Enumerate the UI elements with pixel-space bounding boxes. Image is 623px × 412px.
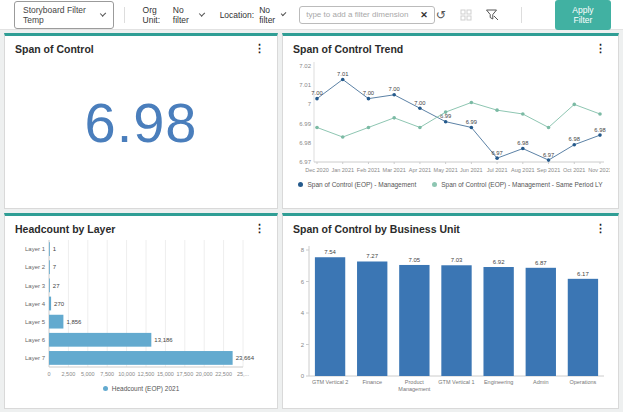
kebab-menu-icon[interactable]: ⋮ — [593, 223, 608, 234]
svg-text:10,000: 10,000 — [118, 371, 135, 377]
clear-filters-icon[interactable] — [485, 7, 498, 23]
svg-text:Layer 1: Layer 1 — [25, 246, 46, 252]
chevron-down-icon — [281, 10, 287, 16]
svg-text:Nov 2021: Nov 2021 — [588, 167, 610, 173]
filter-dimension-search: ✕ — [299, 6, 435, 24]
storyboard-filter-dropdown[interactable]: Storyboard Filter Temp — [14, 1, 114, 29]
chevron-down-icon — [198, 10, 204, 16]
legend-dot — [103, 386, 108, 391]
kebab-menu-icon[interactable]: ⋮ — [252, 223, 267, 234]
svg-text:23,664: 23,664 — [236, 355, 255, 361]
svg-text:Product: Product — [405, 379, 424, 385]
svg-text:Engineering: Engineering — [484, 379, 513, 385]
svg-text:Layer 5: Layer 5 — [25, 319, 46, 325]
svg-text:4: 4 — [301, 310, 305, 316]
svg-text:12,500: 12,500 — [138, 371, 155, 377]
org-unit-value: No filter — [173, 5, 195, 25]
storyboard-filter-value: Storyboard Filter Temp — [23, 5, 87, 25]
svg-text:6.99: 6.99 — [299, 121, 311, 127]
location-label: Location: — [220, 10, 255, 20]
toolbar-divider — [521, 7, 522, 23]
svg-text:Sep 2021: Sep 2021 — [537, 167, 561, 173]
legend-label: Span of Control (EOP) - Management - Sam… — [441, 181, 602, 188]
apply-filter-button[interactable]: Apply Filter — [555, 0, 611, 30]
svg-text:Jul 2021: Jul 2021 — [487, 167, 508, 173]
svg-text:6.17: 6.17 — [577, 271, 589, 277]
svg-text:7.01: 7.01 — [299, 82, 311, 88]
svg-text:7: 7 — [53, 264, 57, 270]
svg-text:Layer 6: Layer 6 — [25, 337, 46, 343]
svg-text:17,500: 17,500 — [176, 371, 193, 377]
svg-text:13,186: 13,186 — [154, 337, 173, 343]
headcount-legend: Headcount (EOP) 2021 — [13, 385, 269, 392]
card-title: Span of Control — [15, 43, 94, 55]
card-title: Headcount by Layer — [15, 223, 115, 235]
location-value: No filter — [259, 5, 277, 25]
svg-text:6.97: 6.97 — [491, 150, 502, 156]
trend-legend: Span of Control (EOP) - Management Span … — [291, 181, 610, 188]
svg-text:Mar 2021: Mar 2021 — [383, 167, 406, 173]
svg-text:6.99: 6.99 — [466, 119, 477, 125]
card-title: Span of Control by Business Unit — [293, 223, 460, 235]
svg-text:15,000: 15,000 — [157, 371, 174, 377]
svg-text:7.02: 7.02 — [299, 63, 311, 69]
headcount-by-layer-card: Headcount by Layer ⋮ 02,5005,0007,50010,… — [4, 213, 278, 409]
svg-text:May 2021: May 2021 — [434, 167, 458, 173]
svg-text:25,...: 25,... — [237, 371, 250, 377]
org-unit-filter[interactable]: Org Unit: No filter — [143, 5, 204, 25]
span-of-control-by-business-unit-card: Span of Control by Business Unit ⋮ 02468… — [282, 213, 619, 409]
legend-dot — [432, 182, 437, 187]
legend-label: Headcount (EOP) 2021 — [112, 385, 180, 392]
svg-text:6.97: 6.97 — [543, 152, 554, 158]
svg-text:GTM Vertical 1: GTM Vertical 1 — [438, 379, 474, 385]
span-of-control-value: 6.98 — [85, 90, 198, 155]
svg-text:Finance: Finance — [362, 379, 382, 385]
svg-text:7.05: 7.05 — [409, 257, 421, 263]
svg-text:Admin: Admin — [533, 379, 549, 385]
svg-text:Layer 4: Layer 4 — [25, 301, 46, 307]
span-of-control-card: Span of Control ⋮ 6.98 — [4, 33, 278, 209]
svg-text:GTM Vertical 2: GTM Vertical 2 — [312, 379, 348, 385]
legend-item: Headcount (EOP) 2021 — [103, 385, 180, 392]
legend-label: Span of Control (EOP) - Management — [307, 181, 416, 188]
svg-text:5,000: 5,000 — [81, 371, 95, 377]
legend-item: Span of Control (EOP) - Management - Sam… — [432, 181, 602, 188]
svg-text:270: 270 — [54, 301, 65, 307]
legend-item: Span of Control (EOP) - Management — [298, 181, 416, 188]
svg-text:7.00: 7.00 — [363, 90, 374, 96]
toolbar-divider — [124, 7, 125, 23]
svg-text:Apr 2021: Apr 2021 — [409, 167, 431, 173]
card-title: Span of Control Trend — [293, 43, 403, 55]
svg-text:6.98: 6.98 — [594, 127, 605, 133]
svg-text:Operations: Operations — [569, 379, 596, 385]
svg-text:7.00: 7.00 — [414, 100, 425, 106]
svg-text:6.98: 6.98 — [517, 140, 528, 146]
svg-text:7.27: 7.27 — [366, 253, 378, 259]
grid-icon[interactable] — [460, 7, 472, 23]
svg-text:Layer 2: Layer 2 — [25, 264, 46, 270]
filter-toolbar: Storyboard Filter Temp Org Unit: No filt… — [0, 0, 623, 30]
kebab-menu-icon[interactable]: ⋮ — [593, 43, 608, 54]
undo-icon[interactable]: ↺ — [435, 7, 447, 23]
svg-text:6: 6 — [301, 279, 305, 285]
kebab-menu-icon[interactable]: ⋮ — [252, 43, 267, 54]
svg-text:1,856: 1,856 — [66, 319, 82, 325]
business-unit-bar-chart: 024687.54GTM Vertical 27.27Finance7.05Pr… — [291, 237, 612, 397]
svg-text:6.92: 6.92 — [493, 259, 505, 265]
chevron-down-icon — [100, 10, 106, 16]
clear-input-icon[interactable]: ✕ — [420, 10, 428, 20]
org-unit-label: Org Unit: — [143, 5, 168, 25]
location-filter[interactable]: Location: No filter — [220, 5, 286, 25]
svg-text:7.00: 7.00 — [311, 90, 322, 96]
filter-dimension-input[interactable] — [306, 10, 416, 19]
svg-text:6.98: 6.98 — [569, 136, 580, 142]
svg-text:8: 8 — [301, 247, 305, 253]
svg-text:7.03: 7.03 — [451, 257, 463, 263]
svg-text:2: 2 — [301, 342, 305, 348]
trend-line-chart: 7.027.0176.996.986.97Dec 2020Jan 2021Feb… — [291, 57, 610, 175]
svg-text:Jun 2021: Jun 2021 — [460, 167, 483, 173]
svg-text:Jan 2021: Jan 2021 — [331, 167, 354, 173]
svg-text:6.87: 6.87 — [535, 260, 547, 266]
headcount-bar-chart: 02,5005,0007,50010,00012,50015,00017,500… — [13, 237, 269, 379]
svg-text:7.54: 7.54 — [324, 249, 336, 255]
